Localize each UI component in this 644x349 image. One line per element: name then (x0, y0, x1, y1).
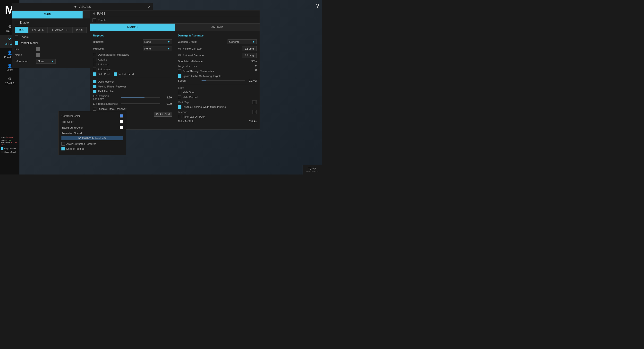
teleport-bind[interactable]: [ ] (252, 110, 257, 114)
subtab-you[interactable]: YOU (15, 27, 28, 33)
min-visible-row: Min Visible Damage: 12 dmg (178, 46, 257, 51)
subtab-teammates[interactable]: TEAMMATES (48, 27, 72, 33)
targets-per-tick-row: Targets Per Tick: 2 (178, 65, 257, 68)
subtab-proj[interactable]: PROJ (72, 27, 87, 33)
bg-color-swatch[interactable] (120, 126, 123, 129)
hide-shot-row: Hide Shot (178, 91, 257, 94)
rage-enable-label: Enable (98, 19, 106, 22)
divider-2 (178, 84, 257, 84)
speed-slider[interactable] (202, 80, 245, 81)
autoscope-row: Autoscope (93, 68, 172, 71)
tab-antiaim[interactable]: ANTIAIM (175, 24, 260, 31)
inner-enable-checkbox[interactable] (15, 36, 18, 39)
include-head-checkbox[interactable] (114, 72, 117, 76)
use-resolver-row: Use Resolver (93, 80, 172, 83)
players-icon: 👤 (7, 50, 12, 55)
subtab-enemies[interactable]: ENEMIES (28, 27, 48, 33)
disable-fakelag-checkbox[interactable] (178, 105, 182, 109)
render-modal-label: Render Modal (20, 41, 38, 45)
controller-color-swatch[interactable] (120, 114, 123, 118)
scan-teammates-checkbox[interactable] (178, 70, 182, 73)
multi-tap-bind[interactable]: [ ] (252, 100, 257, 104)
text-color-label: Text Color (62, 120, 118, 123)
safe-point-checkbox[interactable] (93, 72, 96, 76)
er-exclusion-row: ER Exclusion Leniency: 1.20 (93, 95, 172, 100)
er-impact-slider[interactable] (121, 103, 160, 104)
autofire-checkbox[interactable] (93, 58, 96, 61)
info-label: Information (15, 60, 34, 63)
weapon-group-arrow: ▼ (252, 40, 255, 43)
hide-record-row: Hide Record (178, 96, 257, 99)
ignore-limbs-checkbox[interactable] (178, 74, 182, 78)
stream-proof-checkbox[interactable] (1, 151, 4, 153)
weapon-group-row: Weapon Group: General ▼ (178, 39, 257, 44)
hide-record-checkbox[interactable] (178, 96, 182, 99)
fakelag-peek-row: Fake-Lag On Peek (178, 115, 257, 118)
name-color-swatch[interactable] (36, 53, 40, 57)
stream-proof-option[interactable]: Stream Proof (1, 151, 18, 153)
ignore-limbs-row: Ignore Limbs On Moving Targets (178, 74, 257, 78)
allow-untrusted-checkbox[interactable] (62, 142, 65, 146)
fakelag-peek-checkbox[interactable] (178, 115, 182, 118)
hitboxes-dropdown[interactable]: None ▼ (143, 39, 172, 44)
watermark: TC社区 www.tcxsw.com (302, 165, 322, 175)
animation-speed-display[interactable]: ANIMATION SPEED: 0.70 (62, 136, 123, 140)
misc-icon: 👤 (7, 64, 12, 68)
rage-close-button[interactable]: ✕ (255, 68, 258, 72)
stream-proof-label: Stream Proof (4, 151, 16, 153)
weapon-group-dropdown[interactable]: General ▼ (228, 39, 257, 44)
name-label: Name (15, 54, 34, 56)
flip-enemy-bind-button[interactable]: Click to Bind (154, 112, 172, 117)
info-dropdown[interactable]: None ▼ (36, 59, 56, 64)
rage-tabs: AIMBOT ANTIAIM (90, 24, 260, 31)
disable-hitbox-checkbox[interactable] (93, 107, 96, 111)
tab-aimbot[interactable]: AIMBOT (90, 24, 175, 31)
config-icon: ⚙ (8, 77, 12, 81)
hitboxes-row: Hitboxes: None ▼ (93, 39, 172, 44)
min-visible-input[interactable]: 12 dmg (242, 46, 257, 51)
multi-tap-row: Multi-Tap [ ] (178, 100, 257, 104)
disable-hitbox-row: Disable Hitbox Resolver (93, 107, 172, 111)
render-modal-checkbox[interactable] (15, 41, 18, 45)
ticks-to-shift-row: Ticks To Shift 7 ticks (178, 120, 257, 123)
visuals-enable-label: Enable (20, 21, 29, 24)
visuals-enable-checkbox[interactable] (15, 21, 18, 24)
text-color-swatch[interactable] (120, 120, 123, 123)
visuals-close-button[interactable]: ✕ (148, 5, 151, 9)
only-one-tab-option[interactable]: Only One Tab (1, 147, 18, 150)
hide-shot-checkbox[interactable] (178, 91, 182, 94)
multipoint-dropdown[interactable]: None ▼ (143, 46, 172, 51)
min-autowall-row: Min Autowall Damage: 12 dmg (178, 53, 257, 58)
tab-main[interactable]: MAIN (12, 11, 82, 19)
min-autowall-input[interactable]: 12 dmg (242, 53, 257, 58)
visuals-titlebar: 👁 VISUALS ✕ (12, 3, 153, 11)
rage-enable-checkbox[interactable] (92, 19, 96, 22)
controller-color-label: Controller Color (62, 115, 118, 117)
moving-player-checkbox[interactable] (93, 85, 96, 88)
box-color-swatch[interactable] (36, 47, 40, 51)
enable-tooltips-checkbox[interactable] (62, 147, 65, 150)
sidebar-item-config[interactable]: ⚙ CONFIG (0, 74, 20, 87)
baim-label: Baim (178, 86, 257, 89)
autostop-row: Autostop (93, 63, 172, 66)
framerate-info: Framerate: 107.89 FPS (1, 141, 18, 146)
use-individual-checkbox[interactable] (93, 53, 96, 56)
er-exclusion-slider[interactable] (121, 97, 160, 98)
autoscope-checkbox[interactable] (93, 68, 96, 71)
divider-1 (93, 78, 172, 78)
exp-resolver-checkbox[interactable] (93, 90, 96, 93)
hitboxes-arrow-icon: ▼ (168, 40, 170, 43)
enable-tooltips-row: Enable Tooltips (62, 147, 123, 150)
use-resolver-checkbox[interactable] (93, 80, 96, 83)
help-icon[interactable]: ? (316, 3, 320, 9)
sidebar-label-config: CONFIG (5, 82, 14, 85)
rage-titlebar: ⚙ RAGE ✕ (90, 11, 260, 17)
safe-point-row: Safe Point Include head (93, 72, 172, 76)
disable-fakelag-row: Disable Fakelag While Multi-Tapping (178, 105, 257, 109)
animation-speed-label: Animation Speed: (62, 132, 123, 135)
only-one-tab-checkbox[interactable] (1, 147, 4, 150)
moving-player-row: Moving Player Resolver (93, 85, 172, 88)
autostop-checkbox[interactable] (93, 63, 96, 66)
autofire-row: Autofire (93, 58, 172, 61)
allow-untrusted-row: Allow Untrusted Features (62, 142, 123, 146)
